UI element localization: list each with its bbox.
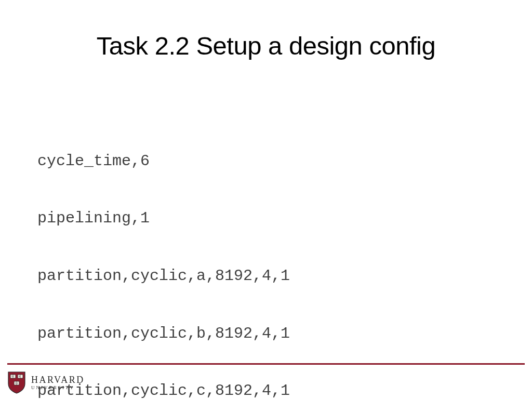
config-line: partition,cyclic,b,8192,4,1 [37, 324, 299, 343]
slide-title: Task 2.2 Setup a design config [0, 31, 532, 60]
config-line: partition,cyclic,a,8192,4,1 [37, 267, 299, 286]
svg-text:TAS: TAS [15, 382, 18, 384]
harvard-crest-icon: VE RI TAS [7, 371, 26, 394]
footer-subtitle: UNIVERSITY [31, 385, 85, 390]
config-line: pipelining,1 [37, 209, 299, 228]
footer-institution: HARVARD [31, 375, 85, 384]
config-line: cycle_time,6 [37, 152, 299, 171]
footer: VE RI TAS HARVARD UNIVERSITY [7, 371, 85, 394]
footer-divider [7, 363, 525, 365]
slide: Task 2.2 Setup a design config cycle_tim… [0, 0, 532, 399]
config-code-block: cycle_time,6 pipelining,1 partition,cycl… [37, 113, 299, 399]
footer-brand: HARVARD UNIVERSITY [31, 375, 85, 390]
svg-text:VE: VE [11, 376, 14, 378]
